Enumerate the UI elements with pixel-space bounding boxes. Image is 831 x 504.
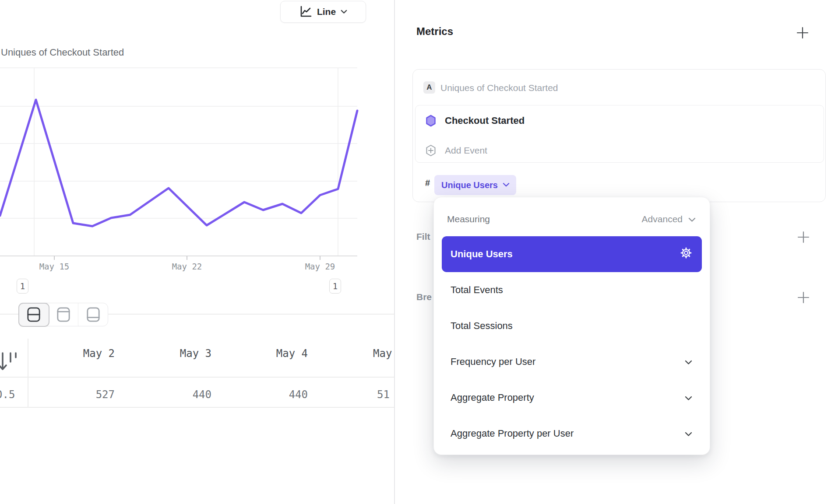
measuring-option-label: Aggregate Property per User <box>451 428 574 439</box>
chevron-down-icon <box>685 392 692 403</box>
advanced-mode-label: Advanced <box>642 214 683 224</box>
advanced-mode-selector[interactable]: Advanced <box>642 214 696 224</box>
metrics-panel-title: Metrics <box>416 25 453 38</box>
chart-type-button[interactable]: Line <box>280 1 366 23</box>
panel-divider <box>394 0 395 504</box>
event-name[interactable]: Checkout Started <box>445 115 525 126</box>
page-badge-right[interactable]: 1 <box>329 279 341 294</box>
aggregation-value: Unique Users <box>441 180 498 190</box>
chevron-down-icon <box>341 10 347 14</box>
measuring-option-label: Aggregate Property <box>451 392 534 403</box>
measuring-option-label: Frequency per User <box>451 356 535 368</box>
table-column-header[interactable]: May 4 <box>238 347 308 360</box>
measuring-dropdown: Measuring Advanced Unique UsersTotal Eve… <box>433 197 710 455</box>
table-cell-value: 51 <box>377 388 390 401</box>
measuring-option-total-sessions[interactable]: Total Sessions <box>442 308 702 344</box>
analytics-app: Line Uniques of Checkout Started May 15M… <box>0 0 831 504</box>
add-event-button[interactable]: Add Event <box>445 145 487 156</box>
table-column-header[interactable]: May 3 <box>141 347 211 360</box>
chart-title: Uniques of Checkout Started <box>1 47 124 58</box>
hexagon-icon <box>426 115 436 127</box>
measuring-option-label: Total Events <box>451 284 503 296</box>
x-tick-label: May 22 <box>172 262 202 271</box>
measuring-option-label: Total Sessions <box>451 320 513 332</box>
measuring-options-list: Unique UsersTotal EventsTotal SessionsFr… <box>442 236 702 452</box>
measuring-option-total-events[interactable]: Total Events <box>442 272 702 308</box>
add-metric-button[interactable] <box>796 26 809 39</box>
layout-toggle-chart-only[interactable] <box>49 303 78 326</box>
measuring-option-frequency-per-user[interactable]: Frequency per User <box>442 344 702 380</box>
chevron-down-icon <box>688 214 696 224</box>
split-view-icon <box>27 307 41 322</box>
measuring-label: Measuring <box>447 214 490 224</box>
table-cell-value: 440 <box>141 388 211 401</box>
series-line[interactable] <box>0 100 357 226</box>
table-column-separator <box>28 339 28 407</box>
bottom-panel-icon <box>86 307 100 322</box>
metric-letter-badge: A <box>423 81 435 94</box>
page-badge-left[interactable]: 1 <box>17 279 28 294</box>
breakdowns-section-label: Bre <box>416 292 432 302</box>
layout-toggle-group <box>18 303 108 326</box>
chevron-down-icon <box>685 356 692 368</box>
metric-name: Uniques of Checkout Started <box>440 83 558 93</box>
table-row-label-partial: 0.5 <box>0 388 15 401</box>
x-tick-label: May 29 <box>305 262 335 271</box>
aggregation-selector[interactable]: Unique Users <box>434 175 516 195</box>
table-cell-value: 440 <box>238 388 308 401</box>
table-column-header[interactable]: May <box>373 347 392 360</box>
layout-toggle-table-only[interactable] <box>78 303 108 326</box>
line-chart[interactable] <box>0 61 359 265</box>
line-chart-icon <box>299 5 312 18</box>
hexagon-plus-icon <box>426 144 436 157</box>
measuring-option-unique-users[interactable]: Unique Users <box>442 236 702 272</box>
measuring-dropdown-header: Measuring Advanced <box>447 213 696 225</box>
chart-type-label: Line <box>317 7 336 17</box>
layout-toggle-split-view[interactable] <box>18 303 49 327</box>
chevron-down-icon <box>685 428 692 439</box>
aggregation-prefix: # <box>425 178 430 188</box>
chevron-down-icon <box>503 181 510 189</box>
filters-section-label: Filt <box>416 231 430 242</box>
measuring-option-aggregate-property[interactable]: Aggregate Property <box>442 380 702 416</box>
table-row-border <box>0 407 394 408</box>
x-tick-label: May 15 <box>39 262 70 271</box>
sort-descending-icon[interactable] <box>0 350 22 374</box>
gear-icon[interactable] <box>680 247 692 259</box>
measuring-option-label: Unique Users <box>451 248 513 260</box>
top-panel-icon <box>56 307 70 322</box>
add-filter-button[interactable] <box>797 231 810 244</box>
table-column-header[interactable]: May 2 <box>45 347 115 360</box>
table-header-border <box>0 377 394 378</box>
table-cell-value: 527 <box>45 388 115 401</box>
measuring-option-aggregate-property-per-user[interactable]: Aggregate Property per User <box>442 416 702 452</box>
add-breakdown-button[interactable] <box>797 291 810 304</box>
